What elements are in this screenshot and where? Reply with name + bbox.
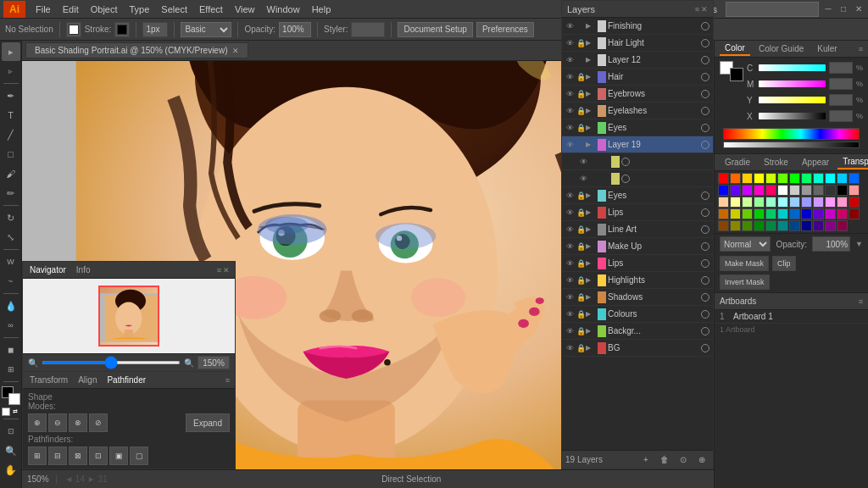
color-swatch[interactable]: [730, 185, 741, 196]
color-swatch[interactable]: [765, 173, 776, 184]
move-layer-btn[interactable]: ⊕: [694, 452, 709, 468]
intersect-btn[interactable]: ⊗: [69, 413, 87, 432]
layer-lock-icon[interactable]: 🔒: [576, 309, 586, 319]
color-swatch[interactable]: [813, 197, 824, 208]
layer-lock-icon[interactable]: 🔒: [576, 208, 586, 218]
color-swatch[interactable]: [789, 220, 800, 231]
color-swatch[interactable]: [777, 197, 788, 208]
layer-visibility-icon[interactable]: 👁: [564, 190, 576, 202]
layer-visibility-icon[interactable]: 👁: [564, 274, 576, 286]
layer-expand-arrow[interactable]: ▶: [586, 293, 596, 301]
color-swatch[interactable]: [825, 208, 836, 219]
layer-target-circle[interactable]: [701, 259, 709, 268]
document-setup-button[interactable]: Document Setup: [398, 22, 473, 37]
zoom-input[interactable]: [198, 356, 230, 369]
layer-row[interactable]: 👁 🔒 ▶ Lips: [562, 204, 713, 221]
tab-pathfinder[interactable]: Pathfinder: [105, 375, 147, 385]
rect-tool[interactable]: □: [2, 145, 20, 164]
layer-visibility-icon[interactable]: 👁: [564, 54, 576, 66]
layer-visibility-icon[interactable]: 👁: [564, 258, 576, 269]
color-swatch[interactable]: [765, 185, 776, 196]
layer-row[interactable]: 👁 🔒 ▶ Eyelashes: [562, 103, 713, 119]
layer-visibility-icon[interactable]: 👁: [564, 122, 576, 134]
layer-expand-arrow[interactable]: ▶: [586, 73, 596, 80]
layer-expand-arrow[interactable]: ▶: [586, 22, 596, 30]
layer-visibility-icon[interactable]: 👁: [564, 105, 576, 117]
delete-layer-btn[interactable]: 🗑: [657, 452, 672, 468]
layer-visibility-icon[interactable]: 👁: [577, 156, 589, 168]
hand-tool[interactable]: ✋: [2, 461, 20, 480]
layer-row[interactable]: 👁 🔒 ▶ Eyes: [562, 187, 713, 204]
color-swatch[interactable]: [718, 220, 729, 231]
warp-tool[interactable]: W: [2, 252, 20, 271]
color-swatch[interactable]: [813, 220, 824, 231]
color-swatch[interactable]: [813, 208, 824, 219]
layer-expand-arrow[interactable]: ▶: [586, 56, 596, 64]
menu-edit[interactable]: Edit: [58, 3, 84, 16]
color-swatch[interactable]: [789, 208, 800, 219]
menu-view[interactable]: View: [230, 3, 260, 16]
clip-button[interactable]: Clip: [772, 256, 796, 271]
layers-menu-btn[interactable]: ≡: [695, 5, 699, 14]
layer-lock-icon[interactable]: 🔒: [576, 72, 586, 82]
layer-expand-arrow[interactable]: ▶: [586, 276, 596, 284]
layer-visibility-icon[interactable]: 👁: [564, 342, 576, 354]
layer-row[interactable]: 👁 🔒 ▶ Eyebrows: [562, 86, 713, 103]
c-slider[interactable]: [759, 64, 826, 71]
layer-lock-icon[interactable]: 🔒: [576, 38, 586, 48]
layer-options-btn[interactable]: ⊙: [676, 452, 691, 468]
layer-row[interactable]: 👁 🔒 ▶ Make Up: [562, 238, 713, 255]
paintbrush-tool[interactable]: 🖌: [2, 164, 20, 183]
tab-transform[interactable]: Transform: [28, 375, 70, 385]
search-input[interactable]: [726, 2, 819, 17]
brush-style-select[interactable]: Basic: [181, 22, 231, 37]
zoom-out-icon[interactable]: 🔍: [28, 358, 38, 368]
layer-visibility-icon[interactable]: 👁: [564, 20, 576, 32]
layer-lock-icon[interactable]: [576, 55, 586, 65]
color-swatch[interactable]: [825, 173, 836, 184]
layer-lock-icon[interactable]: 🔒: [576, 292, 586, 302]
layer-visibility-icon[interactable]: 👁: [564, 224, 576, 236]
color-swatch[interactable]: [718, 185, 729, 196]
maximize-button[interactable]: □: [837, 3, 849, 15]
layers-close-btn[interactable]: ✕: [701, 5, 708, 14]
layer-expand-arrow[interactable]: ▶: [586, 327, 596, 335]
color-swatch[interactable]: [789, 197, 800, 208]
layer-expand-arrow[interactable]: ▶: [586, 208, 596, 216]
layer-row[interactable]: 👁 ▶ Layer 19: [562, 136, 713, 153]
layer-target-circle[interactable]: [621, 158, 630, 166]
layer-lock-icon[interactable]: 🔒: [576, 241, 586, 252]
color-swatch[interactable]: [837, 185, 848, 196]
invert-mask-button[interactable]: Invert Mask: [720, 274, 770, 290]
layer-expand-arrow[interactable]: ▶: [586, 124, 596, 131]
c-value[interactable]: [829, 62, 853, 74]
layer-target-circle[interactable]: [701, 141, 709, 149]
color-panel-menu[interactable]: ≡: [859, 45, 863, 53]
artboard-item[interactable]: 1 Artboard 1: [715, 310, 868, 323]
outline-btn[interactable]: ▣: [109, 446, 128, 465]
y-slider[interactable]: [759, 97, 826, 103]
new-layer-btn[interactable]: +: [638, 452, 654, 468]
type-tool[interactable]: T: [2, 106, 20, 125]
layer-lock-icon[interactable]: 🔒: [576, 343, 586, 353]
preferences-button[interactable]: Preferences: [476, 22, 534, 37]
color-swatch[interactable]: [718, 208, 729, 219]
bg-swatch[interactable]: [730, 68, 743, 81]
layer-row[interactable]: 👁 🔒 ▶ Colours: [562, 306, 713, 323]
scale-tool[interactable]: ⤡: [2, 228, 20, 247]
style-input[interactable]: [351, 22, 385, 37]
exclude-btn[interactable]: ⊘: [89, 413, 108, 432]
minus-front-btn[interactable]: ⊖: [48, 413, 67, 432]
opacity-input[interactable]: [812, 236, 850, 252]
menu-window[interactable]: Window: [262, 3, 305, 16]
color-swatch[interactable]: [849, 197, 860, 208]
layer-visibility-icon[interactable]: 👁: [564, 88, 576, 100]
trim-btn[interactable]: ⊟: [48, 446, 67, 465]
layer-target-circle[interactable]: [701, 276, 709, 285]
zoom-tool[interactable]: 🔍: [2, 441, 20, 460]
color-swatch[interactable]: [813, 173, 824, 184]
divide-btn[interactable]: ⊞: [28, 446, 47, 465]
eyedropper-tool[interactable]: 💧: [2, 297, 20, 315]
tab-color-guide[interactable]: Color Guide: [754, 42, 809, 55]
color-swatch[interactable]: [849, 173, 860, 184]
